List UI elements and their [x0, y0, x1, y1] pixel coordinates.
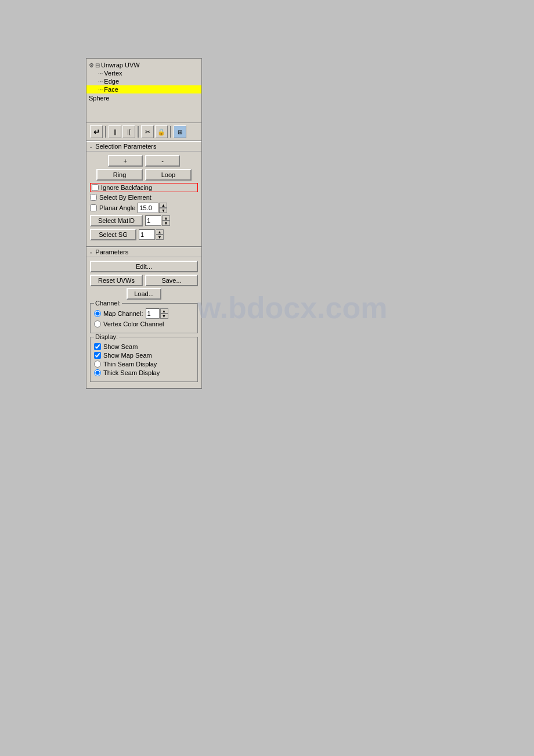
- channel-group: Channel: Map Channel: ▲ ▼ Vertex Color C…: [90, 303, 198, 333]
- toolbar-btn-4[interactable]: ✂: [141, 125, 154, 138]
- load-button[interactable]: Load...: [127, 288, 161, 300]
- sg-up[interactable]: ▲: [156, 229, 164, 235]
- select-matid-button[interactable]: Select MatID: [90, 215, 143, 226]
- show-map-seam-label: Show Map Seam: [103, 352, 152, 359]
- toolbar-btn-3[interactable]: |[: [122, 125, 135, 138]
- ignore-backfacing-checkbox[interactable]: [92, 184, 99, 191]
- selection-collapse[interactable]: -: [90, 143, 92, 150]
- map-channel-input[interactable]: [146, 308, 160, 319]
- show-map-seam-checkbox[interactable]: [94, 352, 101, 359]
- show-seam-label: Show Seam: [103, 343, 138, 350]
- ring-loop-row: Ring Loop: [90, 169, 198, 181]
- plus-minus-row: + -: [90, 155, 198, 167]
- planar-angle-input[interactable]: [138, 203, 158, 213]
- map-channel-spinner: ▲ ▼: [160, 308, 168, 319]
- main-panel: ⚙ ⊟ Unwrap UVW ··· Vertex ··· Edge ··· F…: [86, 58, 202, 389]
- toolbar-sep-3: [170, 126, 171, 138]
- matid-up[interactable]: ▲: [162, 215, 170, 221]
- select-by-element-checkbox[interactable]: [90, 194, 97, 201]
- thin-seam-row: Thin Seam Display: [94, 361, 194, 368]
- toolbar-btn-1[interactable]: ↵: [90, 125, 103, 138]
- parameters-header: - Parameters: [86, 247, 201, 257]
- save-button[interactable]: Save...: [145, 275, 198, 286]
- toolbar-sep-2: [138, 126, 139, 138]
- thin-seam-radio[interactable]: [94, 361, 101, 368]
- map-channel-radio[interactable]: [94, 310, 101, 317]
- sg-spinner: ▲ ▼: [156, 229, 164, 240]
- reset-save-row: Reset UVWs Save...: [90, 275, 198, 286]
- unwrap-label: Unwrap UVW: [101, 62, 140, 69]
- minus-button[interactable]: -: [145, 155, 180, 167]
- parameters-title: Parameters: [95, 249, 128, 255]
- selection-title: Selection Parameters: [95, 143, 156, 150]
- edge-label: Edge: [104, 78, 119, 85]
- loop-button[interactable]: Loop: [145, 169, 192, 181]
- load-row: Load...: [90, 288, 198, 300]
- vertex-label: Vertex: [104, 70, 122, 77]
- collapse-icon: ⊟: [95, 62, 100, 69]
- show-seam-row: Show Seam: [94, 343, 194, 350]
- show-seam-checkbox[interactable]: [94, 343, 101, 350]
- sphere-label: Sphere: [89, 95, 109, 102]
- toolbar-btn-2[interactable]: ||: [109, 125, 121, 138]
- parameters-collapse[interactable]: -: [90, 249, 92, 255]
- display-group: Display: Show Seam Show Map Seam Thin Se…: [90, 337, 198, 382]
- map-channel-label: Map Channel:: [103, 310, 143, 317]
- vertex-color-label: Vertex Color Channel: [103, 321, 164, 327]
- ignore-backfacing-row: Ignore Backfacing: [90, 183, 198, 192]
- tree-item-sphere[interactable]: Sphere: [86, 93, 201, 103]
- ignore-backfacing-label: Ignore Backfacing: [101, 184, 152, 191]
- planar-angle-label: Planar Angle: [99, 204, 135, 211]
- matid-spinner: ▲ ▼: [162, 215, 170, 226]
- matid-input[interactable]: [145, 215, 161, 226]
- select-sg-row: Select SG ▲ ▼: [90, 229, 198, 240]
- tree-item-vertex[interactable]: ··· Vertex: [86, 69, 201, 77]
- planar-angle-spinner: ▲ ▼: [159, 203, 167, 213]
- ring-button[interactable]: Ring: [96, 169, 143, 181]
- tree-item-face[interactable]: ··· Face: [86, 85, 201, 93]
- toolbar-btn-5[interactable]: 🔒: [155, 125, 168, 138]
- reset-uvws-button[interactable]: Reset UVWs: [90, 275, 143, 286]
- planar-angle-down[interactable]: ▼: [159, 208, 167, 213]
- vertex-color-radio[interactable]: [94, 321, 101, 327]
- map-channel-up[interactable]: ▲: [160, 308, 168, 314]
- channel-group-label: Channel:: [94, 300, 122, 307]
- toolbar-section: ↵ || |[ ✂ 🔒 ⊞: [86, 123, 201, 141]
- planar-angle-row: Planar Angle ▲ ▼: [90, 203, 198, 213]
- edit-button[interactable]: Edit...: [90, 261, 198, 272]
- params-section: Edit... Reset UVWs Save... Load... Chann…: [86, 257, 201, 388]
- toolbar-btn-6[interactable]: ⊞: [174, 125, 186, 138]
- display-group-label: Display:: [94, 333, 119, 340]
- face-label: Face: [104, 86, 118, 93]
- selection-params: + - Ring Loop Ignore Backfacing Select B…: [86, 152, 201, 247]
- show-map-seam-row: Show Map Seam: [94, 352, 194, 359]
- planar-angle-up[interactable]: ▲: [159, 203, 167, 208]
- toolbar-sep-1: [105, 126, 106, 138]
- dot-icon: ···: [98, 70, 103, 77]
- display-group-content: Show Seam Show Map Seam Thin Seam Displa…: [94, 343, 194, 376]
- tree-item-unwrap[interactable]: ⚙ ⊟ Unwrap UVW: [86, 61, 201, 69]
- dot-icon-edge: ···: [98, 78, 103, 85]
- selection-header: - Selection Parameters: [86, 141, 201, 152]
- vertex-color-row: Vertex Color Channel: [94, 321, 194, 327]
- gear-icon: ⚙: [89, 62, 94, 69]
- sg-down[interactable]: ▼: [156, 235, 164, 240]
- thick-seam-label: Thick Seam Display: [103, 369, 160, 376]
- planar-angle-checkbox[interactable]: [90, 204, 97, 211]
- dot-icon-face: ···: [98, 87, 103, 93]
- plus-button[interactable]: +: [108, 155, 143, 167]
- matid-down[interactable]: ▼: [162, 221, 170, 226]
- thick-seam-radio[interactable]: [94, 369, 101, 376]
- select-by-element-row: Select By Element: [90, 194, 198, 201]
- tree-section: ⚙ ⊟ Unwrap UVW ··· Vertex ··· Edge ··· F…: [86, 59, 201, 123]
- select-sg-button[interactable]: Select SG: [90, 229, 136, 240]
- select-matid-row: Select MatID ▲ ▼: [90, 215, 198, 226]
- tree-item-edge[interactable]: ··· Edge: [86, 77, 201, 85]
- thin-seam-label: Thin Seam Display: [103, 361, 157, 368]
- map-channel-down[interactable]: ▼: [160, 314, 168, 319]
- map-channel-row: Map Channel: ▲ ▼: [94, 308, 194, 319]
- select-by-element-label: Select By Element: [99, 194, 151, 201]
- thick-seam-row: Thick Seam Display: [94, 369, 194, 376]
- sg-input[interactable]: [139, 229, 155, 240]
- channel-group-content: Map Channel: ▲ ▼ Vertex Color Channel: [94, 308, 194, 327]
